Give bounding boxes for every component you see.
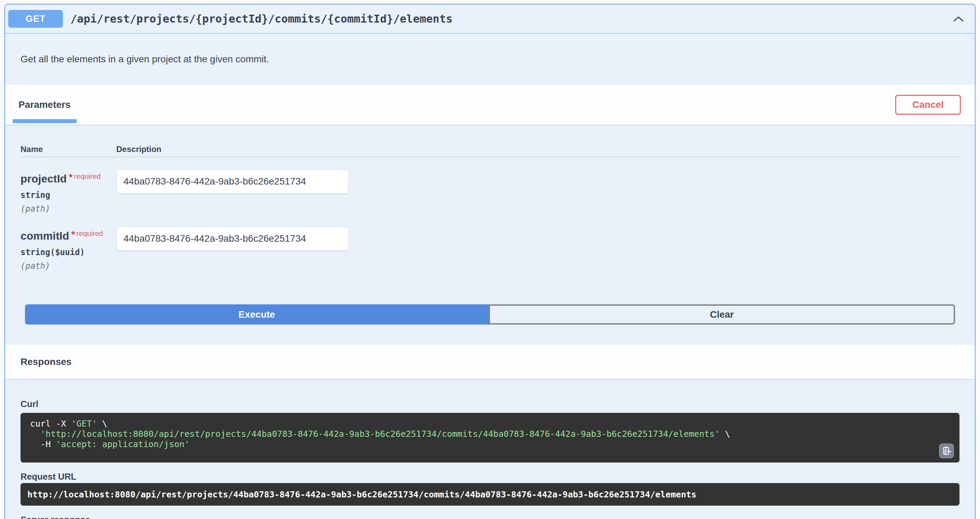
- curl-command-block[interactable]: curl -X 'GET' \ 'http://localhost:8080/a…: [21, 413, 959, 463]
- param-location: (path): [21, 261, 116, 271]
- param-row-projectid: projectId*required string (path): [21, 157, 959, 214]
- endpoint-summary[interactable]: GET /api/rest/projects/{projectId}/commi…: [5, 5, 975, 34]
- param-type: string: [21, 190, 116, 200]
- param-description-cell: [116, 227, 959, 271]
- curl-code: curl -X 'GET' \ 'http://localhost:8080/a…: [30, 419, 950, 449]
- parameters-section: Name Description projectId*required stri…: [5, 125, 975, 345]
- projectid-input[interactable]: [116, 169, 349, 193]
- commitid-input[interactable]: [116, 227, 349, 251]
- cancel-button[interactable]: Cancel: [895, 95, 961, 115]
- parameters-header-bar: Parameters Cancel: [5, 85, 975, 125]
- execute-button-group: Execute Clear: [25, 304, 955, 324]
- param-name: commitId: [21, 230, 69, 242]
- tab-active-underline: [13, 119, 76, 123]
- col-header-description: Description: [116, 144, 959, 154]
- chevron-up-icon: [953, 16, 964, 22]
- tab-parameters-label: Parameters: [19, 99, 71, 110]
- col-header-name: Name: [21, 144, 116, 154]
- param-description-cell: [116, 169, 959, 214]
- param-name-line: commitId*required: [21, 227, 116, 243]
- param-name-line: projectId*required: [21, 169, 116, 185]
- responses-header-bar: Responses: [5, 345, 975, 379]
- param-name: projectId: [21, 172, 67, 185]
- required-star: *: [69, 172, 73, 182]
- clipboard-copy-icon: [942, 446, 951, 456]
- endpoint-path: /api/rest/projects/{projectId}/commits/{…: [70, 12, 452, 26]
- required-star: *: [71, 229, 75, 240]
- curl-label: Curl: [21, 399, 959, 409]
- server-response-label: Server response: [21, 514, 959, 519]
- tab-parameters[interactable]: Parameters: [13, 85, 76, 125]
- endpoint-description: Get all the elements in a given project …: [5, 34, 975, 85]
- request-url-bar: http://localhost:8080/api/rest/projects/…: [21, 483, 959, 506]
- collapse-button[interactable]: [951, 14, 966, 24]
- request-url-label: Request URL: [21, 471, 959, 482]
- parameters-table-header: Name Description: [21, 125, 959, 157]
- request-url-value: http://localhost:8080/api/rest/projects/…: [27, 490, 697, 500]
- param-meta: commitId*required string($uuid) (path): [21, 227, 116, 271]
- param-row-commitid: commitId*required string($uuid) (path): [21, 214, 959, 271]
- required-label: required: [76, 229, 103, 237]
- copy-to-clipboard-button[interactable]: [939, 443, 954, 458]
- clear-button[interactable]: Clear: [488, 304, 955, 324]
- required-label: required: [74, 172, 100, 180]
- opblock-get: GET /api/rest/projects/{projectId}/commi…: [5, 4, 975, 519]
- responses-section: Curl curl -X 'GET' \ 'http://localhost:8…: [5, 399, 975, 519]
- responses-title: Responses: [21, 356, 72, 367]
- param-location: (path): [21, 204, 116, 214]
- param-type: string($uuid): [21, 248, 116, 257]
- param-meta: projectId*required string (path): [21, 169, 116, 214]
- method-badge: GET: [8, 10, 63, 28]
- execute-button[interactable]: Execute: [25, 304, 488, 324]
